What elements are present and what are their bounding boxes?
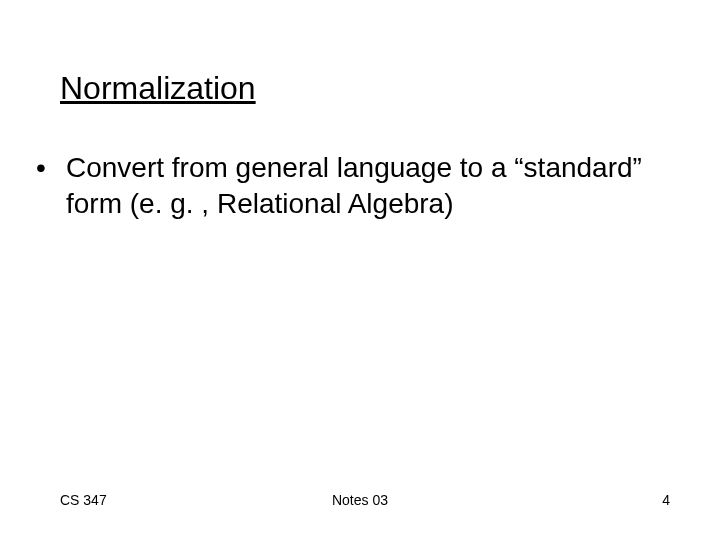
slide-body: • Convert from general language to a “st… [30, 150, 690, 223]
slide: Normalization • Convert from general lan… [0, 0, 720, 540]
footer-notes: Notes 03 [0, 492, 720, 508]
slide-footer: CS 347 Notes 03 4 [0, 492, 720, 512]
slide-title: Normalization [60, 70, 256, 107]
bullet-marker: • [30, 150, 66, 186]
bullet-text: Convert from general language to a “stan… [66, 150, 690, 223]
footer-page-number: 4 [662, 492, 670, 508]
bullet-item: • Convert from general language to a “st… [30, 150, 690, 223]
